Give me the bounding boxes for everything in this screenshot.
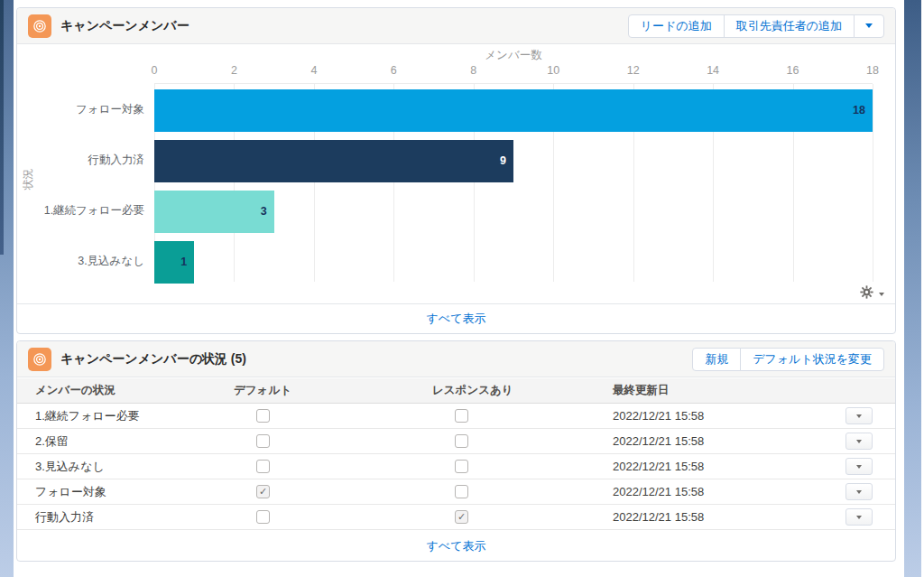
bar-value-label: 3: [261, 191, 267, 233]
default-checkbox: [256, 460, 270, 473]
last-modified-date: 2022/12/21 15:58: [613, 510, 829, 524]
responded-checkbox: ✓: [455, 510, 468, 524]
default-checkbox: ✓: [256, 485, 270, 498]
responded-checkbox: [455, 409, 468, 423]
chart-bar[interactable]: 9: [154, 140, 513, 182]
statuses-actions: 新規 デフォルト状況を変更: [692, 348, 884, 371]
row-actions-dropdown-button[interactable]: [845, 508, 873, 526]
x-tick-label: 6: [391, 64, 397, 77]
status-name: 1.継続フォロー必要: [35, 408, 234, 424]
statuses-header: キャンペーンメンバーの状況 (5) 新規 デフォルト状況を変更: [17, 341, 895, 377]
chart-category-label: 行動入力済: [17, 139, 144, 181]
chart-category-label: 3.見込みなし: [17, 240, 144, 283]
default-checkbox: [256, 434, 270, 448]
new-button[interactable]: 新規: [692, 348, 741, 371]
row-actions-dropdown-button[interactable]: [845, 458, 873, 475]
table-row: 1.継続フォロー必要 2022/12/21 15:58: [17, 404, 895, 429]
responded-checkbox: [455, 434, 468, 448]
x-tick-label: 16: [787, 64, 799, 77]
x-tick-label: 2: [231, 64, 237, 77]
background-right-strip: [904, 0, 921, 577]
column-header-status: メンバーの状況: [35, 383, 234, 398]
x-tick-label: 10: [547, 64, 559, 77]
x-tick-label: 4: [310, 64, 317, 77]
show-all-link[interactable]: すべて表示: [427, 538, 486, 554]
last-modified-date: 2022/12/21 15:58: [613, 434, 829, 448]
add-leads-button[interactable]: リードの追加: [628, 14, 725, 38]
status-name: 行動入力済: [35, 509, 234, 526]
campaign-members-header: キャンペーンメンバー リードの追加 取引先責任者の追加: [17, 8, 895, 44]
chart-x-axis-title: メンバー数: [423, 48, 604, 63]
bar-value-label: 1: [180, 241, 187, 284]
chevron-down-icon: [856, 516, 862, 519]
chart-bar[interactable]: 3: [154, 191, 274, 233]
background-left-strip: [0, 0, 14, 577]
chart-category-label: 1.継続フォロー必要: [17, 190, 144, 232]
x-tick-label: 12: [627, 64, 640, 77]
default-checkbox: [256, 510, 270, 524]
campaign-members-title: キャンペーンメンバー: [60, 18, 189, 34]
gear-icon: [860, 285, 873, 302]
chart-show-all-row: すべて表示: [17, 303, 895, 333]
chart-settings-button[interactable]: [860, 285, 884, 302]
chevron-down-icon: [856, 440, 862, 443]
add-contacts-button[interactable]: 取引先責任者の追加: [724, 14, 855, 38]
default-checkbox: [256, 409, 270, 423]
statuses-table: メンバーの状況 デフォルト レスポンスあり 最終更新日 1.継続フォロー必要 2…: [17, 378, 895, 563]
table-show-all-row: すべて表示: [17, 530, 895, 563]
responded-checkbox: [455, 485, 468, 498]
status-name: 3.見込みなし: [35, 459, 234, 475]
row-actions-dropdown-button[interactable]: [845, 433, 873, 450]
statuses-title: キャンペーンメンバーの状況 (5): [60, 351, 246, 368]
column-header-responded: レスポンスあり: [432, 383, 613, 398]
chevron-down-icon: [856, 465, 862, 469]
table-row: 3.見込みなし 2022/12/21 15:58: [17, 454, 895, 479]
chart-x-ticks: 024681012141618: [17, 64, 895, 79]
main-content: キャンペーンメンバー リードの追加 取引先責任者の追加 メンバー数 024681…: [16, 7, 896, 562]
more-actions-dropdown-button[interactable]: [854, 14, 884, 38]
responded-checkbox: [455, 460, 468, 473]
chart-category-label: フォロー対象: [17, 88, 144, 131]
table-row: 2.保留 2022/12/21 15:58: [17, 429, 895, 454]
row-actions-dropdown-button[interactable]: [845, 407, 873, 424]
chevron-down-icon: [856, 490, 862, 494]
last-modified-date: 2022/12/21 15:58: [613, 460, 829, 473]
campaign-icon: [28, 14, 51, 38]
status-name: 2.保留: [35, 433, 234, 450]
x-tick-label: 8: [470, 64, 476, 77]
column-header-last-modified: 最終更新日: [613, 383, 829, 398]
bar-value-label: 18: [853, 89, 865, 132]
chevron-down-icon: [879, 293, 884, 296]
campaign-member-statuses-card: キャンペーンメンバーの状況 (5) 新規 デフォルト状況を変更 メンバーの状況 …: [16, 340, 896, 562]
column-header-default: デフォルト: [234, 383, 432, 398]
table-row: フォロー対象 ✓ 2022/12/21 15:58: [17, 479, 895, 505]
show-all-link[interactable]: すべて表示: [427, 311, 486, 327]
table-row: 行動入力済 ✓ 2022/12/21 15:58: [17, 505, 895, 530]
last-modified-date: 2022/12/21 15:58: [613, 409, 829, 423]
gridline: [873, 84, 873, 282]
last-modified-date: 2022/12/21 15:58: [613, 485, 829, 498]
x-tick-label: 18: [866, 64, 879, 77]
campaign-members-chart: メンバー数 024681012141618 状況 フォロー対象 行動入力済 1.…: [17, 45, 895, 304]
chevron-down-icon: [856, 414, 862, 418]
bar-value-label: 9: [500, 140, 506, 182]
chart-bar[interactable]: 1: [154, 241, 194, 284]
campaign-members-card: キャンペーンメンバー リードの追加 取引先責任者の追加 メンバー数 024681…: [16, 7, 896, 334]
campaign-icon: [28, 348, 51, 371]
x-tick-label: 14: [707, 64, 719, 77]
chart-bar[interactable]: 18: [154, 89, 873, 132]
row-actions-dropdown-button[interactable]: [845, 483, 873, 500]
change-default-status-button[interactable]: デフォルト状況を変更: [740, 348, 884, 371]
chevron-down-icon: [865, 23, 873, 28]
status-name: フォロー対象: [35, 484, 234, 500]
table-header-row: メンバーの状況 デフォルト レスポンスあり 最終更新日: [17, 378, 895, 404]
x-tick-label: 0: [152, 64, 158, 77]
chart-plot: 18 9 3 1: [154, 83, 873, 282]
campaign-members-actions: リードの追加 取引先責任者の追加: [628, 14, 884, 38]
